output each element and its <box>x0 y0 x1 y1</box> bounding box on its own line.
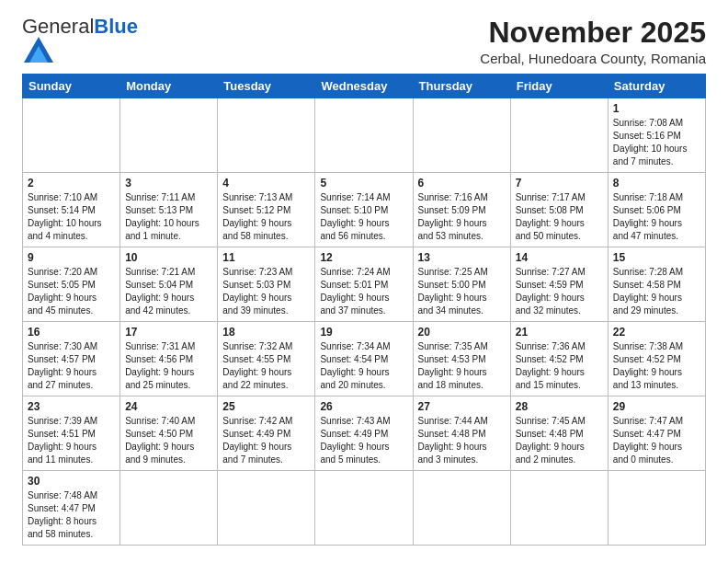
day-number: 21 <box>516 326 603 339</box>
day-info: Sunrise: 7:40 AM Sunset: 4:50 PM Dayligh… <box>125 415 212 466</box>
table-row <box>315 98 413 173</box>
day-info: Sunrise: 7:34 AM Sunset: 4:54 PM Dayligh… <box>320 340 407 392</box>
logo-general: General <box>22 15 94 38</box>
table-row <box>23 98 120 173</box>
page: GeneralBlue November 2025 Cerbal, Hunedo… <box>0 0 728 562</box>
table-row: 21Sunrise: 7:36 AM Sunset: 4:52 PM Dayli… <box>510 322 608 396</box>
day-number: 30 <box>28 475 115 488</box>
calendar-week-row: 23Sunrise: 7:39 AM Sunset: 4:51 PM Dayli… <box>23 396 706 471</box>
day-info: Sunrise: 7:23 AM Sunset: 5:03 PM Dayligh… <box>222 266 310 317</box>
day-number: 25 <box>222 400 310 413</box>
day-info: Sunrise: 7:13 AM Sunset: 5:12 PM Dayligh… <box>222 191 310 243</box>
header-friday: Friday <box>510 75 608 98</box>
table-row: 20Sunrise: 7:35 AM Sunset: 4:53 PM Dayli… <box>413 322 510 396</box>
day-number: 4 <box>222 177 310 190</box>
day-number: 8 <box>613 177 700 190</box>
calendar: Sunday Monday Tuesday Wednesday Thursday… <box>22 74 706 546</box>
day-info: Sunrise: 7:10 AM Sunset: 5:14 PM Dayligh… <box>28 191 115 243</box>
day-info: Sunrise: 7:16 AM Sunset: 5:09 PM Dayligh… <box>418 191 506 243</box>
day-number: 14 <box>516 251 603 264</box>
table-row <box>315 471 413 546</box>
table-row: 17Sunrise: 7:31 AM Sunset: 4:56 PM Dayli… <box>120 322 218 396</box>
day-info: Sunrise: 7:31 AM Sunset: 4:56 PM Dayligh… <box>125 340 212 392</box>
day-number: 9 <box>28 251 115 264</box>
header-sunday: Sunday <box>23 75 120 98</box>
calendar-header-row: Sunday Monday Tuesday Wednesday Thursday… <box>23 75 706 98</box>
day-info: Sunrise: 7:42 AM Sunset: 4:49 PM Dayligh… <box>222 415 310 466</box>
header-saturday: Saturday <box>608 75 705 98</box>
table-row: 15Sunrise: 7:28 AM Sunset: 4:58 PM Dayli… <box>608 247 705 322</box>
day-info: Sunrise: 7:17 AM Sunset: 5:08 PM Dayligh… <box>516 191 603 243</box>
logo: GeneralBlue <box>22 17 138 68</box>
table-row: 27Sunrise: 7:44 AM Sunset: 4:48 PM Dayli… <box>413 396 510 471</box>
title-block: November 2025 Cerbal, Hunedoara County, … <box>480 17 706 66</box>
table-row: 5Sunrise: 7:14 AM Sunset: 5:10 PM Daylig… <box>315 173 413 247</box>
day-info: Sunrise: 7:18 AM Sunset: 5:06 PM Dayligh… <box>613 191 700 243</box>
table-row: 10Sunrise: 7:21 AM Sunset: 5:04 PM Dayli… <box>120 247 218 322</box>
table-row <box>218 471 315 546</box>
day-info: Sunrise: 7:39 AM Sunset: 4:51 PM Dayligh… <box>28 415 115 466</box>
table-row: 1Sunrise: 7:08 AM Sunset: 5:16 PM Daylig… <box>608 98 705 173</box>
table-row: 14Sunrise: 7:27 AM Sunset: 4:59 PM Dayli… <box>510 247 608 322</box>
day-info: Sunrise: 7:27 AM Sunset: 4:59 PM Dayligh… <box>516 266 603 317</box>
table-row: 28Sunrise: 7:45 AM Sunset: 4:48 PM Dayli… <box>510 396 608 471</box>
day-info: Sunrise: 7:21 AM Sunset: 5:04 PM Dayligh… <box>125 266 212 317</box>
day-info: Sunrise: 7:43 AM Sunset: 4:49 PM Dayligh… <box>320 415 407 466</box>
table-row: 26Sunrise: 7:43 AM Sunset: 4:49 PM Dayli… <box>315 396 413 471</box>
day-number: 5 <box>320 177 407 190</box>
header-tuesday: Tuesday <box>218 75 315 98</box>
day-info: Sunrise: 7:32 AM Sunset: 4:55 PM Dayligh… <box>222 340 310 392</box>
day-info: Sunrise: 7:25 AM Sunset: 5:00 PM Dayligh… <box>418 266 506 317</box>
table-row <box>510 98 608 173</box>
day-number: 1 <box>613 102 700 115</box>
table-row: 11Sunrise: 7:23 AM Sunset: 5:03 PM Dayli… <box>218 247 315 322</box>
table-row: 16Sunrise: 7:30 AM Sunset: 4:57 PM Dayli… <box>23 322 120 396</box>
table-row: 2Sunrise: 7:10 AM Sunset: 5:14 PM Daylig… <box>23 173 120 247</box>
table-row: 7Sunrise: 7:17 AM Sunset: 5:08 PM Daylig… <box>510 173 608 247</box>
day-number: 3 <box>125 177 212 190</box>
day-number: 19 <box>320 326 407 339</box>
day-number: 26 <box>320 400 407 413</box>
table-row: 29Sunrise: 7:47 AM Sunset: 4:47 PM Dayli… <box>608 396 705 471</box>
table-row <box>120 98 218 173</box>
day-number: 29 <box>613 400 700 413</box>
calendar-week-row: 1Sunrise: 7:08 AM Sunset: 5:16 PM Daylig… <box>23 98 706 173</box>
table-row: 23Sunrise: 7:39 AM Sunset: 4:51 PM Dayli… <box>23 396 120 471</box>
page-title: November 2025 <box>480 17 706 49</box>
logo-blue: Blue <box>94 15 138 38</box>
day-number: 2 <box>28 177 115 190</box>
header-thursday: Thursday <box>413 75 510 98</box>
day-info: Sunrise: 7:28 AM Sunset: 4:58 PM Dayligh… <box>613 266 700 317</box>
day-number: 24 <box>125 400 212 413</box>
day-info: Sunrise: 7:48 AM Sunset: 4:47 PM Dayligh… <box>28 489 115 541</box>
day-number: 11 <box>222 251 310 264</box>
day-number: 20 <box>418 326 506 339</box>
page-subtitle: Cerbal, Hunedoara County, Romania <box>480 51 706 66</box>
table-row <box>608 471 705 546</box>
table-row: 6Sunrise: 7:16 AM Sunset: 5:09 PM Daylig… <box>413 173 510 247</box>
day-number: 12 <box>320 251 407 264</box>
header: GeneralBlue November 2025 Cerbal, Hunedo… <box>22 17 706 68</box>
calendar-week-row: 30Sunrise: 7:48 AM Sunset: 4:47 PM Dayli… <box>23 471 706 546</box>
table-row: 9Sunrise: 7:20 AM Sunset: 5:05 PM Daylig… <box>23 247 120 322</box>
day-info: Sunrise: 7:24 AM Sunset: 5:01 PM Dayligh… <box>320 266 407 317</box>
table-row: 30Sunrise: 7:48 AM Sunset: 4:47 PM Dayli… <box>23 471 120 546</box>
day-number: 17 <box>125 326 212 339</box>
day-number: 15 <box>613 251 700 264</box>
table-row: 19Sunrise: 7:34 AM Sunset: 4:54 PM Dayli… <box>315 322 413 396</box>
table-row: 3Sunrise: 7:11 AM Sunset: 5:13 PM Daylig… <box>120 173 218 247</box>
day-number: 10 <box>125 251 212 264</box>
table-row: 24Sunrise: 7:40 AM Sunset: 4:50 PM Dayli… <box>120 396 218 471</box>
day-number: 27 <box>418 400 506 413</box>
day-number: 22 <box>613 326 700 339</box>
day-info: Sunrise: 7:47 AM Sunset: 4:47 PM Dayligh… <box>613 415 700 466</box>
table-row <box>218 98 315 173</box>
table-row: 22Sunrise: 7:38 AM Sunset: 4:52 PM Dayli… <box>608 322 705 396</box>
calendar-week-row: 2Sunrise: 7:10 AM Sunset: 5:14 PM Daylig… <box>23 173 706 247</box>
day-info: Sunrise: 7:38 AM Sunset: 4:52 PM Dayligh… <box>613 340 700 392</box>
table-row <box>413 98 510 173</box>
table-row: 18Sunrise: 7:32 AM Sunset: 4:55 PM Dayli… <box>218 322 315 396</box>
table-row: 13Sunrise: 7:25 AM Sunset: 5:00 PM Dayli… <box>413 247 510 322</box>
day-info: Sunrise: 7:45 AM Sunset: 4:48 PM Dayligh… <box>516 415 603 466</box>
table-row <box>510 471 608 546</box>
